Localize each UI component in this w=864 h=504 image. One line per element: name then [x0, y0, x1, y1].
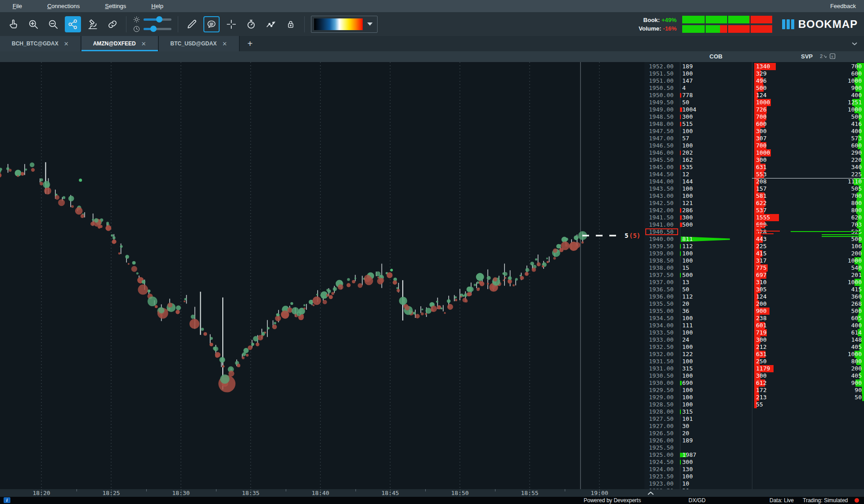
ladder-row[interactable]: 1930.50100300405 — [644, 372, 864, 379]
ladder-row[interactable]: 1926.00189 — [644, 437, 864, 444]
ladder-row[interactable]: 1936.00112124360 — [644, 293, 864, 300]
crosshair-button[interactable] — [223, 16, 239, 32]
chevron-up-icon[interactable] — [647, 491, 654, 495]
ladder-row[interactable]: 1932.001226311000 — [644, 351, 864, 358]
ladder-row[interactable]: 1930.00690612900 — [644, 379, 864, 387]
close-icon[interactable]: ✕ — [64, 40, 69, 47]
stopwatch-button[interactable] — [243, 16, 259, 32]
link-instruments-button[interactable] — [104, 16, 121, 32]
ladder-row[interactable]: 1938.501003171000 — [644, 257, 864, 264]
ladder-row[interactable]: 1939.00100415200 — [644, 250, 864, 257]
tab-amzn@dxfeed[interactable]: AMZN@DXFEED✕ — [81, 36, 159, 51]
colormap-select[interactable] — [311, 16, 378, 33]
menu-item-feedback[interactable]: Feedback — [830, 3, 856, 9]
zoom-in-button[interactable] — [25, 16, 41, 32]
ladder-row[interactable]: 1933.0024300148 — [644, 336, 864, 343]
ladder-row[interactable]: 1943.50100157505 — [644, 185, 864, 192]
ladder-row[interactable]: 1946.50100700600 — [644, 142, 864, 149]
ladder-row[interactable]: 1951.50100329600 — [644, 70, 864, 77]
cob-size-cell: 20 — [682, 300, 689, 308]
price-ladder[interactable]: 1952.0018913407001951.501003296001951.00… — [644, 51, 864, 489]
svp-buy-cell: 505 — [851, 185, 862, 192]
ladder-row[interactable]: 1938.0015775540 — [644, 264, 864, 272]
heatmap-brightness-slider[interactable] — [133, 16, 171, 23]
cob-column-header[interactable]: COB — [698, 51, 734, 62]
ladder-row[interactable]: 1927.50101 — [644, 415, 864, 423]
notes-bubble-button[interactable] — [203, 16, 220, 32]
menu-item-settings[interactable]: Settings — [105, 3, 126, 9]
ladder-row[interactable]: 1934.00111601400 — [644, 322, 864, 329]
ladder-row[interactable]: 1928.5010055 — [644, 401, 864, 408]
time-axis[interactable]: 18:2018:2518:3018:3518:4018:4518:5018:55… — [0, 489, 864, 497]
ladder-row[interactable]: 1941.503001555620 — [644, 214, 864, 221]
price-cell: 1934.50 — [649, 315, 674, 322]
ladder-row[interactable]: 1951.001474961000 — [644, 77, 864, 85]
microscope-button[interactable] — [85, 16, 101, 32]
bubbles-view-button[interactable] — [65, 16, 81, 32]
price-cell: 1935.00 — [649, 308, 674, 315]
ladder-row[interactable]: 1931.003151179200 — [644, 365, 864, 372]
ladder-row[interactable]: 1948.50300700500 — [644, 113, 864, 120]
time-scale-slider[interactable] — [133, 26, 171, 32]
tab-bch_btc@gdax[interactable]: BCH_BTC@GDAX✕ — [0, 36, 81, 51]
ladder-row[interactable]: 1933.50100719614 — [644, 329, 864, 336]
ladder-row[interactable]: 1949.505010001251 — [644, 99, 864, 106]
cob-size-cell: 300 — [682, 113, 693, 120]
ladder-row[interactable]: 1950.00778124400 — [644, 92, 864, 99]
ladder-row[interactable]: 1949.0010047261000 — [644, 106, 864, 113]
ladder-row[interactable]: 1944.001442081110 — [644, 178, 864, 185]
heatmap-chart[interactable]: 5(5) — [0, 51, 644, 489]
volume-dots-button[interactable] — [263, 16, 279, 32]
lock-button[interactable] — [283, 16, 299, 32]
ladder-row[interactable]: 1943.00100581700 — [644, 192, 864, 200]
tab-btc_usd@gdax[interactable]: BTC_USD@GDAX✕ — [159, 36, 240, 51]
ladder-row[interactable]: 1942.00286537800 — [644, 207, 864, 214]
ladder-row[interactable]: 1925.001987 — [644, 451, 864, 459]
close-icon[interactable]: ✕ — [141, 40, 146, 47]
ladder-row[interactable]: 1926.5020 — [644, 430, 864, 437]
ladder-row[interactable]: 1929.0010021350 — [644, 394, 864, 401]
menu-item-help[interactable]: Help — [151, 3, 163, 9]
ladder-row[interactable]: 1948.00515600416 — [644, 120, 864, 128]
ladder-row[interactable]: 1935.0036900500 — [644, 308, 864, 315]
ladder-row[interactable]: 1927.0030 — [644, 423, 864, 430]
close-icon[interactable]: ✕ — [222, 40, 227, 47]
ladder-row[interactable]: 1942.50121622800 — [644, 200, 864, 207]
ladder-row[interactable]: 1923.50100 — [644, 473, 864, 480]
ladder-row[interactable]: 1946.002021000290 — [644, 149, 864, 156]
ladder-row[interactable]: 1937.50500697201 — [644, 272, 864, 279]
tabs-overflow-chevron-icon[interactable] — [851, 42, 858, 45]
svp-settings-icon[interactable]: s — [829, 53, 836, 59]
svp-pointer-icon[interactable]: 2 — [820, 53, 827, 59]
draw-pencil-button[interactable] — [184, 16, 200, 32]
ladder-row[interactable]: 1936.5050305415 — [644, 286, 864, 293]
ladder-row[interactable]: 1934.50100238605 — [644, 315, 864, 322]
toolbar-separator — [304, 16, 305, 32]
menu-item-connections[interactable]: Connections — [47, 3, 80, 9]
ladder-row[interactable]: 1923.0010 — [644, 480, 864, 487]
ladder-row[interactable]: 1945.00535631340 — [644, 164, 864, 171]
ladder-row[interactable]: 1929.5010017290 — [644, 387, 864, 394]
ladder-row[interactable]: 1945.50162300220 — [644, 156, 864, 164]
ladder-row[interactable]: 1947.0057307573 — [644, 135, 864, 142]
ladder-row[interactable]: 1952.001891340700 — [644, 63, 864, 70]
ladder-row[interactable]: 1950.504500900 — [644, 85, 864, 92]
ladder-row[interactable]: 1928.00315 — [644, 408, 864, 415]
ladder-row[interactable]: 1947.50100300400 — [644, 128, 864, 135]
svp-sell-cell: 726 — [756, 106, 766, 113]
ladder-row[interactable]: 1925.50 — [644, 444, 864, 451]
zoom-out-button[interactable] — [45, 16, 61, 32]
info-icon[interactable]: i — [4, 497, 10, 503]
ladder-row[interactable]: 1944.5012553225 — [644, 171, 864, 178]
add-tab-button[interactable]: + — [240, 36, 261, 51]
ladder-row[interactable]: 1937.00133101000 — [644, 279, 864, 286]
pan-hand-button[interactable] — [5, 16, 22, 32]
ladder-row[interactable]: 1924.50300 — [644, 459, 864, 466]
svp-column-header[interactable]: SVP — [789, 51, 825, 62]
ladder-row[interactable]: 1935.5020200268 — [644, 300, 864, 308]
ladder-row[interactable]: 1924.00130 — [644, 466, 864, 473]
menu-item-file[interactable]: File — [13, 3, 22, 9]
ladder-row[interactable]: 1931.50100250800 — [644, 358, 864, 365]
ladder-row[interactable]: 1939.50112225106 — [644, 243, 864, 250]
ladder-row[interactable]: 1932.50100212405 — [644, 343, 864, 351]
